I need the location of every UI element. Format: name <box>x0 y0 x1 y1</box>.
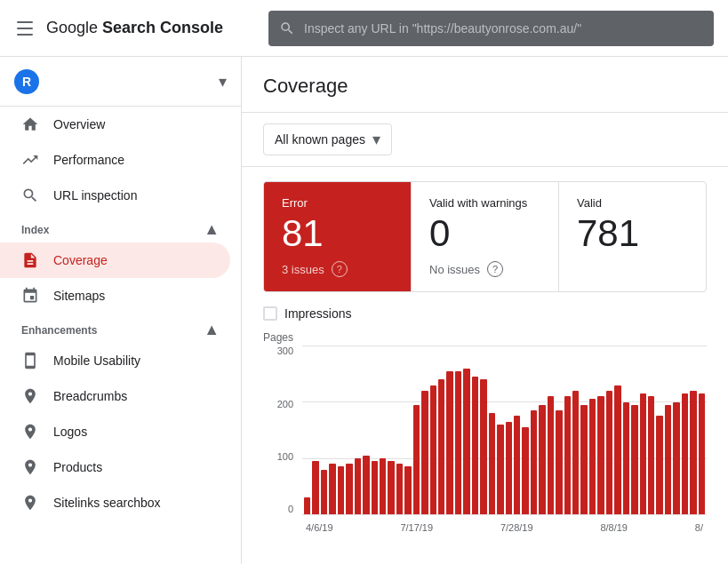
chart-bar <box>690 391 696 514</box>
error-stat-card: Error 81 3 issues ? <box>264 182 412 291</box>
sidebar-item-overview[interactable]: Overview <box>0 107 230 142</box>
sidebar-item-breadcrumbs[interactable]: Breadcrumbs <box>0 378 230 414</box>
chart-area: 300 200 100 0 4/6/19 7/17/19 7/28/19 8/8… <box>263 346 707 541</box>
chart-bar <box>396 464 403 514</box>
chart-bar <box>556 410 562 514</box>
sidebar-item-sitemaps[interactable]: Sitemaps <box>0 278 230 314</box>
x-label-2: 7/28/19 <box>500 522 533 533</box>
chart-y-axis: 300 200 100 0 <box>263 346 299 514</box>
chart-bar <box>506 422 512 515</box>
page-title: Coverage <box>263 75 707 98</box>
header-left: Google Search Console <box>14 18 254 39</box>
coverage-icon <box>21 251 39 269</box>
main-layout: R ▾ Overview Performance URL inspection … <box>0 57 728 564</box>
x-label-3: 8/8/19 <box>600 522 628 533</box>
filter-toolbar: All known pages ▾ <box>242 113 728 167</box>
sidebar-item-performance[interactable]: Performance <box>0 142 230 178</box>
y-label-200: 200 <box>277 399 293 409</box>
search-nav-icon <box>21 187 39 204</box>
chart-pages-label: Pages <box>263 331 707 344</box>
chart-bar <box>480 379 486 514</box>
error-help-icon[interactable]: ? <box>332 261 348 277</box>
error-sub: 3 issues ? <box>282 261 393 277</box>
valid-label: Valid <box>577 196 688 210</box>
sidebar-item-sitelinks-searchbox[interactable]: Sitelinks searchbox <box>0 485 230 520</box>
chart-bar <box>623 402 629 515</box>
overview-label: Overview <box>53 117 105 131</box>
property-avatar: R <box>14 69 39 94</box>
chart-bar <box>388 461 394 514</box>
chart-bar <box>346 464 352 514</box>
index-section-label: Index <box>21 224 49 236</box>
chart-bar <box>648 396 654 514</box>
x-label-1: 7/17/19 <box>400 522 433 533</box>
chart-bar <box>606 391 612 514</box>
property-dropdown-arrow: ▾ <box>219 72 227 91</box>
logos-label: Logos <box>53 425 87 439</box>
chart-section: Impressions Pages 300 200 100 0 <box>263 306 707 541</box>
sidebar-item-logos[interactable]: Logos <box>0 414 230 449</box>
chart-bar <box>329 464 335 514</box>
stats-row: Error 81 3 issues ? Valid with warnings … <box>263 181 707 292</box>
hamburger-icon[interactable] <box>14 18 36 39</box>
chart-bar <box>589 399 596 514</box>
chart-bar <box>380 458 386 514</box>
chart-bar <box>564 396 571 514</box>
filter-label: All known pages <box>275 132 365 147</box>
filter-dropdown[interactable]: All known pages ▾ <box>263 123 392 155</box>
chart-bar <box>656 416 662 514</box>
chart-legend: Impressions <box>263 306 707 321</box>
chart-bar <box>572 391 579 514</box>
impressions-legend-label: Impressions <box>284 306 351 321</box>
breadcrumbs-label: Breadcrumbs <box>53 389 127 403</box>
filter-arrow-icon: ▾ <box>372 130 380 149</box>
chart-bar <box>614 385 620 515</box>
sidebar-item-mobile-usability[interactable]: Mobile Usability <box>0 343 230 378</box>
x-label-0: 4/6/19 <box>306 522 333 533</box>
chart-bar <box>514 416 520 514</box>
warnings-help-icon[interactable]: ? <box>487 261 503 277</box>
warnings-label: Valid with warnings <box>429 196 540 210</box>
chart-bar <box>372 461 378 514</box>
chart-inner <box>302 346 707 514</box>
search-icon <box>279 20 295 36</box>
enhancements-section-header[interactable]: Enhancements ▲ <box>0 314 241 343</box>
products-label: Products <box>53 460 102 474</box>
chart-bar <box>531 410 537 514</box>
url-search-bar[interactable] <box>268 11 714 46</box>
chart-bar <box>463 369 469 515</box>
chart-bar <box>640 393 646 514</box>
sidebar-item-products[interactable]: Products <box>0 449 230 485</box>
chart-bar <box>631 405 637 515</box>
warnings-value: 0 <box>429 213 540 254</box>
chart-bar <box>430 385 436 515</box>
chart-x-axis: 4/6/19 7/17/19 7/28/19 8/8/19 8/ <box>302 514 707 541</box>
content-area: Coverage All known pages ▾ Error 81 3 is… <box>242 57 728 564</box>
warnings-sub: No issues ? <box>429 261 540 277</box>
logo-icon <box>21 423 39 441</box>
impressions-checkbox[interactable] <box>263 306 277 321</box>
breadcrumb-icon <box>21 387 39 405</box>
sidebar: R ▾ Overview Performance URL inspection … <box>0 57 242 564</box>
bars-container <box>302 346 707 514</box>
sidebar-item-coverage[interactable]: Coverage <box>0 242 230 278</box>
sitemaps-label: Sitemaps <box>53 289 105 303</box>
chart-bar <box>699 393 705 514</box>
chart-bar <box>489 413 495 514</box>
sitemap-icon <box>21 287 39 305</box>
sidebar-item-url-inspection[interactable]: URL inspection <box>0 178 230 213</box>
chart-bar <box>438 379 444 514</box>
sitelinks-icon <box>21 494 39 512</box>
trending-up-icon <box>21 151 39 169</box>
url-search-input[interactable] <box>304 21 703 36</box>
x-label-4: 8/ <box>695 522 703 533</box>
y-label-0: 0 <box>288 504 293 514</box>
index-section-header[interactable]: Index ▲ <box>0 213 241 242</box>
content-header: Coverage <box>242 57 728 113</box>
property-selector[interactable]: R ▾ <box>0 57 241 107</box>
index-chevron-icon: ▲ <box>204 220 220 239</box>
enhancements-chevron-icon: ▲ <box>204 321 220 339</box>
valid-stat-card: Valid 781 <box>559 182 706 291</box>
mobile-usability-label: Mobile Usability <box>53 353 140 368</box>
error-value: 81 <box>282 213 393 254</box>
